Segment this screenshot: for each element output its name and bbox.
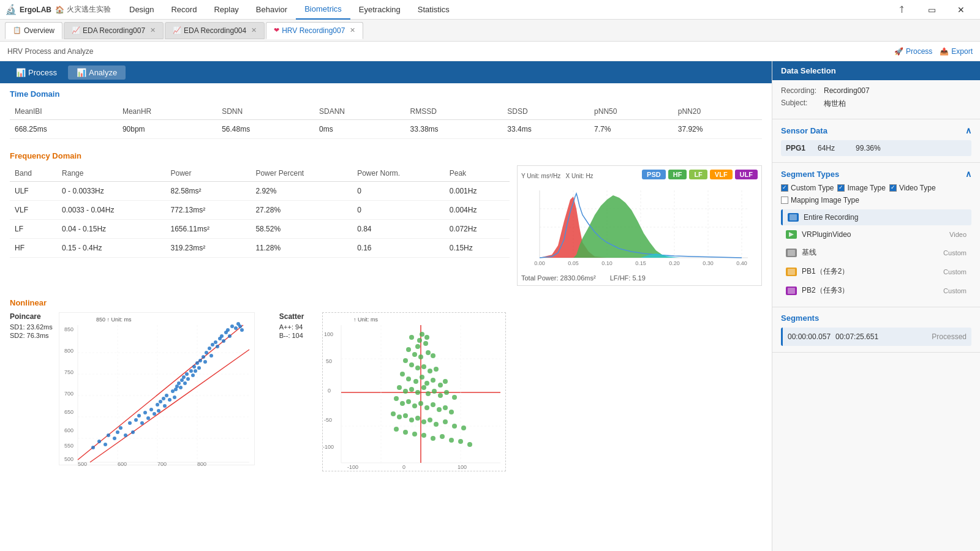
nav-eyetracking[interactable]: Eyetracking: [350, 0, 409, 20]
tab-eda007-close[interactable]: ✕: [150, 26, 156, 34]
freq-row-vlf: VLF 0.0033 - 0.04Hz 772.13ms² 27.28% 0 0…: [10, 201, 510, 220]
scatter-b-label: B--: 104: [279, 332, 304, 339]
minimize-button[interactable]: 🡑: [888, 0, 916, 20]
svg-point-80: [194, 369, 197, 373]
poincare-chart: 850 ↑ Unit: ms 850 800 750 700 650 600 5…: [59, 312, 255, 465]
sensor-data-title: Sensor Data ∧: [781, 126, 971, 135]
svg-text:700: 700: [64, 391, 74, 397]
seg-pb1[interactable]: PB1（任务2） Custom: [781, 263, 971, 280]
breadcrumb-bar: HRV Process and Analyze 🚀 Process 📤 Expo…: [0, 42, 980, 61]
freq-domain-title: Frequency Domain: [10, 151, 762, 160]
legend-psd[interactable]: PSD: [642, 170, 666, 179]
td-rmssd: 33.38ms: [405, 120, 503, 139]
svg-point-126: [406, 347, 411, 352]
seg-pb2[interactable]: PB2（任务3） Custom: [781, 282, 971, 299]
td-power-hf: 319.23ms²: [166, 239, 251, 258]
proc-tab-analyze[interactable]: 📊 Analyze: [68, 66, 126, 80]
td-peak-vlf: 0.004Hz: [445, 201, 510, 220]
nav-biometrics[interactable]: Biometrics: [296, 0, 350, 20]
segment-time-row[interactable]: 00:00:00.057 00:07:25.651 Processed: [781, 328, 971, 346]
svg-point-127: [412, 352, 417, 357]
svg-point-135: [428, 369, 432, 373]
process-button[interactable]: 🚀 Process: [894, 47, 932, 56]
seg-entire-recording[interactable]: Entire Recording: [781, 209, 971, 225]
tab-eda004[interactable]: 📈 EDA Recording004 ✕: [165, 22, 265, 39]
segments-title: Segments: [781, 313, 971, 323]
svg-point-130: [431, 353, 435, 358]
breadcrumb: HRV Process and Analyze: [7, 47, 94, 56]
tab-hrv007[interactable]: ❤ HRV Recording007 ✕: [266, 22, 363, 39]
segment-types-chevron[interactable]: ∧: [965, 169, 971, 179]
svg-rect-187: [788, 250, 795, 256]
svg-point-153: [444, 390, 449, 395]
svg-point-47: [116, 430, 119, 434]
legend-lf[interactable]: LF: [689, 170, 707, 179]
freq-layout: Band Range Power Power Percent Power Nor…: [10, 165, 762, 286]
svg-point-150: [426, 391, 431, 396]
td-pct-ulf: 2.92%: [251, 182, 352, 201]
tab-overview[interactable]: 📋 Overview: [5, 22, 62, 39]
svg-point-139: [413, 379, 418, 384]
segment-types-title: Segment Types ∧: [781, 169, 971, 179]
legend-vlf[interactable]: VLF: [710, 170, 733, 179]
segment-types-list: Custom Type Image Type Video Type Mappin…: [781, 184, 971, 204]
svg-text:650: 650: [64, 409, 74, 415]
maximize-button[interactable]: ▭: [918, 0, 946, 20]
tab-overview-label: Overview: [24, 26, 55, 35]
tab-eda004-close[interactable]: ✕: [251, 26, 257, 34]
nav-record[interactable]: Record: [162, 0, 205, 20]
chart-legend: PSD HF LF VLF ULF: [642, 170, 758, 179]
svg-point-172: [434, 422, 439, 427]
svg-point-66: [171, 389, 175, 393]
svg-point-124: [423, 341, 428, 346]
pb1-label: PB1（任务2）: [802, 266, 938, 277]
td-range-ulf: 0 - 0.0033Hz: [57, 182, 165, 201]
td-pct-vlf: 27.28%: [251, 201, 352, 220]
th-sdsd: SDSD: [502, 103, 589, 120]
nav-behavior[interactable]: Behavior: [247, 0, 296, 20]
image-type-checkbox[interactable]: [837, 184, 845, 192]
svg-point-93: [220, 334, 224, 338]
recording-info-section: Recording: Recording007 Subject: 梅世柏: [772, 80, 980, 119]
svg-point-180: [431, 436, 435, 441]
svg-point-78: [191, 373, 195, 377]
seg-baseline[interactable]: 基线 Custom: [781, 244, 971, 261]
svg-point-129: [426, 350, 431, 355]
tab-eda007[interactable]: 📈 EDA Recording007 ✕: [64, 22, 164, 39]
nav-statistics[interactable]: Statistics: [409, 0, 458, 20]
sensor-row: PPG1 64Hz 99.36%: [781, 140, 971, 156]
svg-point-167: [403, 413, 408, 418]
nav-replay[interactable]: Replay: [205, 0, 247, 20]
svg-point-79: [192, 365, 196, 369]
nav-bar: Design Record Replay Behavior Biometrics…: [121, 0, 888, 20]
svg-point-90: [214, 340, 217, 344]
overview-icon: 📋: [13, 26, 21, 34]
nav-design[interactable]: Design: [121, 0, 162, 20]
pb2-icon: [786, 287, 797, 295]
mapping-type-checkbox[interactable]: [781, 197, 788, 204]
svg-point-170: [421, 419, 426, 424]
sensor-data-chevron[interactable]: ∧: [965, 126, 971, 135]
seg-vrpluginvideo[interactable]: VRPluginVideo Video: [781, 227, 971, 242]
chart-icon-analyze: 📊: [77, 68, 86, 77]
close-button[interactable]: ✕: [947, 0, 975, 20]
svg-point-122: [420, 332, 424, 337]
legend-ulf[interactable]: ULF: [735, 170, 758, 179]
td-sdsd: 33.4ms: [502, 120, 589, 139]
svg-point-123: [415, 344, 420, 349]
th-meanhr: MeanHR: [118, 103, 217, 120]
freq-row-lf: LF 0.04 - 0.15Hz 1656.11ms² 58.52% 0.84 …: [10, 220, 510, 239]
video-type-checkbox[interactable]: [889, 184, 897, 192]
custom-type-checkbox[interactable]: [781, 184, 788, 192]
right-panel: Data Selection Recording: Recording007 S…: [772, 61, 980, 551]
legend-hf[interactable]: HF: [668, 170, 687, 179]
project-icon: 🏠: [55, 6, 64, 14]
svg-point-120: [409, 335, 414, 340]
svg-point-177: [403, 430, 408, 435]
freq-domain-table: Band Range Power Power Percent Power Nor…: [10, 165, 510, 258]
freq-header-row: Band Range Power Power Percent Power Nor…: [10, 165, 510, 182]
time-domain-title: Time Domain: [10, 89, 762, 99]
tab-hrv007-close[interactable]: ✕: [350, 26, 355, 34]
proc-tab-process[interactable]: 📊 Process: [7, 66, 66, 80]
export-button[interactable]: 📤 Export: [940, 47, 973, 56]
